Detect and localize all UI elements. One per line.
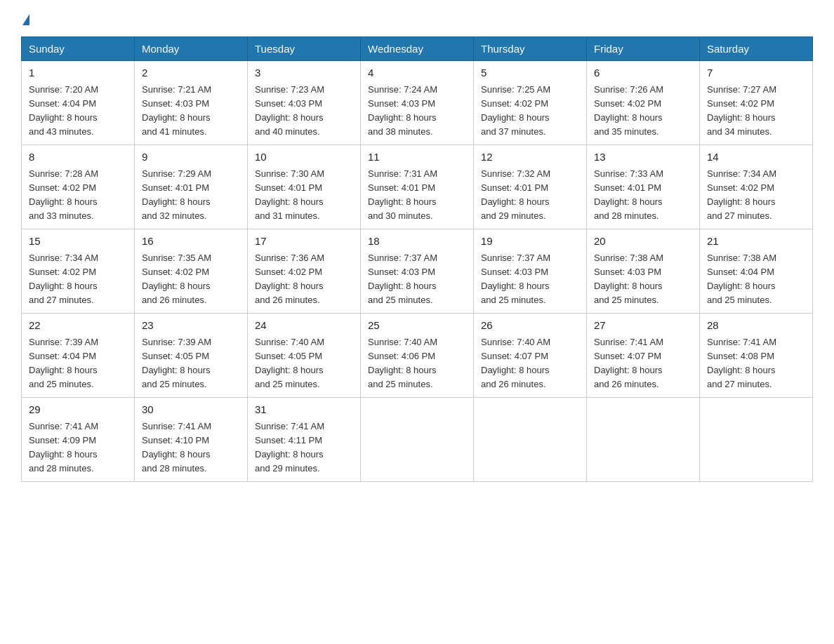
calendar-cell: 18Sunrise: 7:37 AMSunset: 4:03 PMDayligh…: [361, 229, 474, 314]
day-number: 9: [142, 149, 240, 166]
day-info: Sunrise: 7:23 AMSunset: 4:03 PMDaylight:…: [255, 83, 353, 140]
day-number: 3: [255, 65, 353, 81]
calendar-week-row: 8Sunrise: 7:28 AMSunset: 4:02 PMDaylight…: [22, 145, 813, 229]
calendar-cell: 5Sunrise: 7:25 AMSunset: 4:02 PMDaylight…: [474, 61, 587, 145]
day-number: 20: [594, 234, 692, 250]
day-info: Sunrise: 7:20 AMSunset: 4:04 PMDaylight:…: [29, 83, 127, 140]
day-info: Sunrise: 7:27 AMSunset: 4:02 PMDaylight:…: [707, 83, 805, 140]
page-header: [21, 14, 813, 25]
day-number: 12: [481, 149, 579, 166]
day-info: Sunrise: 7:41 AMSunset: 4:09 PMDaylight:…: [29, 420, 127, 476]
day-info: Sunrise: 7:37 AMSunset: 4:03 PMDaylight:…: [368, 251, 466, 308]
calendar-cell: 8Sunrise: 7:28 AMSunset: 4:02 PMDaylight…: [22, 145, 135, 229]
day-number: 19: [481, 234, 579, 250]
day-number: 25: [368, 318, 466, 334]
day-number: 22: [29, 318, 127, 334]
day-number: 5: [481, 65, 579, 81]
day-info: Sunrise: 7:36 AMSunset: 4:02 PMDaylight:…: [255, 251, 353, 308]
day-info: Sunrise: 7:28 AMSunset: 4:02 PMDaylight:…: [29, 167, 127, 224]
day-info: Sunrise: 7:30 AMSunset: 4:01 PMDaylight:…: [255, 167, 353, 224]
calendar-cell: 7Sunrise: 7:27 AMSunset: 4:02 PMDaylight…: [700, 61, 813, 145]
calendar-cell: [587, 398, 700, 482]
day-info: Sunrise: 7:31 AMSunset: 4:01 PMDaylight:…: [368, 167, 466, 224]
day-number: 10: [255, 149, 353, 166]
day-info: Sunrise: 7:40 AMSunset: 4:05 PMDaylight:…: [255, 335, 353, 392]
weekday-header-monday: Monday: [135, 37, 248, 61]
day-number: 1: [29, 65, 127, 81]
logo-triangle-icon: [22, 14, 29, 25]
day-number: 13: [594, 149, 692, 166]
weekday-header-row: SundayMondayTuesdayWednesdayThursdayFrid…: [22, 37, 813, 61]
calendar-cell: 12Sunrise: 7:32 AMSunset: 4:01 PMDayligh…: [474, 145, 587, 229]
day-info: Sunrise: 7:39 AMSunset: 4:05 PMDaylight:…: [142, 335, 240, 392]
weekday-header-tuesday: Tuesday: [248, 37, 361, 61]
calendar-cell: 20Sunrise: 7:38 AMSunset: 4:03 PMDayligh…: [587, 229, 700, 314]
day-number: 30: [142, 402, 240, 418]
weekday-header-saturday: Saturday: [700, 37, 813, 61]
day-info: Sunrise: 7:21 AMSunset: 4:03 PMDaylight:…: [142, 83, 240, 140]
calendar-cell: 16Sunrise: 7:35 AMSunset: 4:02 PMDayligh…: [135, 229, 248, 314]
calendar-cell: 17Sunrise: 7:36 AMSunset: 4:02 PMDayligh…: [248, 229, 361, 314]
day-info: Sunrise: 7:32 AMSunset: 4:01 PMDaylight:…: [481, 167, 579, 224]
day-info: Sunrise: 7:41 AMSunset: 4:10 PMDaylight:…: [142, 420, 240, 476]
day-info: Sunrise: 7:35 AMSunset: 4:02 PMDaylight:…: [142, 251, 240, 308]
day-number: 23: [142, 318, 240, 334]
calendar-cell: 22Sunrise: 7:39 AMSunset: 4:04 PMDayligh…: [22, 314, 135, 398]
day-number: 7: [707, 65, 805, 81]
calendar-cell: 10Sunrise: 7:30 AMSunset: 4:01 PMDayligh…: [248, 145, 361, 229]
calendar-cell: [474, 398, 587, 482]
day-info: Sunrise: 7:33 AMSunset: 4:01 PMDaylight:…: [594, 167, 692, 224]
day-info: Sunrise: 7:41 AMSunset: 4:11 PMDaylight:…: [255, 420, 353, 476]
day-info: Sunrise: 7:40 AMSunset: 4:06 PMDaylight:…: [368, 335, 466, 392]
calendar-cell: 23Sunrise: 7:39 AMSunset: 4:05 PMDayligh…: [135, 314, 248, 398]
day-info: Sunrise: 7:41 AMSunset: 4:07 PMDaylight:…: [594, 335, 692, 392]
calendar-cell: 15Sunrise: 7:34 AMSunset: 4:02 PMDayligh…: [22, 229, 135, 314]
calendar-cell: 28Sunrise: 7:41 AMSunset: 4:08 PMDayligh…: [700, 314, 813, 398]
calendar-cell: 31Sunrise: 7:41 AMSunset: 4:11 PMDayligh…: [248, 398, 361, 482]
day-info: Sunrise: 7:41 AMSunset: 4:08 PMDaylight:…: [707, 335, 805, 392]
calendar-cell: 2Sunrise: 7:21 AMSunset: 4:03 PMDaylight…: [135, 61, 248, 145]
calendar-cell: 13Sunrise: 7:33 AMSunset: 4:01 PMDayligh…: [587, 145, 700, 229]
day-number: 26: [481, 318, 579, 334]
day-number: 15: [29, 234, 127, 250]
calendar-cell: 30Sunrise: 7:41 AMSunset: 4:10 PMDayligh…: [135, 398, 248, 482]
calendar-cell: [700, 398, 813, 482]
calendar-cell: 14Sunrise: 7:34 AMSunset: 4:02 PMDayligh…: [700, 145, 813, 229]
day-info: Sunrise: 7:34 AMSunset: 4:02 PMDaylight:…: [707, 167, 805, 224]
calendar-cell: 11Sunrise: 7:31 AMSunset: 4:01 PMDayligh…: [361, 145, 474, 229]
day-info: Sunrise: 7:38 AMSunset: 4:03 PMDaylight:…: [594, 251, 692, 308]
weekday-header-thursday: Thursday: [474, 37, 587, 61]
calendar-cell: 29Sunrise: 7:41 AMSunset: 4:09 PMDayligh…: [22, 398, 135, 482]
day-number: 6: [594, 65, 692, 81]
calendar-cell: 26Sunrise: 7:40 AMSunset: 4:07 PMDayligh…: [474, 314, 587, 398]
day-number: 4: [368, 65, 466, 81]
day-number: 16: [142, 234, 240, 250]
calendar-week-row: 15Sunrise: 7:34 AMSunset: 4:02 PMDayligh…: [22, 229, 813, 314]
day-number: 21: [707, 234, 805, 250]
day-number: 24: [255, 318, 353, 334]
day-info: Sunrise: 7:38 AMSunset: 4:04 PMDaylight:…: [707, 251, 805, 308]
calendar-cell: 25Sunrise: 7:40 AMSunset: 4:06 PMDayligh…: [361, 314, 474, 398]
calendar-week-row: 29Sunrise: 7:41 AMSunset: 4:09 PMDayligh…: [22, 398, 813, 482]
day-info: Sunrise: 7:26 AMSunset: 4:02 PMDaylight:…: [594, 83, 692, 140]
day-info: Sunrise: 7:37 AMSunset: 4:03 PMDaylight:…: [481, 251, 579, 308]
calendar-cell: 21Sunrise: 7:38 AMSunset: 4:04 PMDayligh…: [700, 229, 813, 314]
calendar-table: SundayMondayTuesdayWednesdayThursdayFrid…: [21, 36, 813, 482]
day-number: 18: [368, 234, 466, 250]
day-info: Sunrise: 7:25 AMSunset: 4:02 PMDaylight:…: [481, 83, 579, 140]
day-number: 14: [707, 149, 805, 166]
calendar-cell: 27Sunrise: 7:41 AMSunset: 4:07 PMDayligh…: [587, 314, 700, 398]
weekday-header-sunday: Sunday: [22, 37, 135, 61]
day-number: 2: [142, 65, 240, 81]
day-info: Sunrise: 7:40 AMSunset: 4:07 PMDaylight:…: [481, 335, 579, 392]
calendar-cell: 19Sunrise: 7:37 AMSunset: 4:03 PMDayligh…: [474, 229, 587, 314]
calendar-cell: 3Sunrise: 7:23 AMSunset: 4:03 PMDaylight…: [248, 61, 361, 145]
day-info: Sunrise: 7:39 AMSunset: 4:04 PMDaylight:…: [29, 335, 127, 392]
calendar-cell: 1Sunrise: 7:20 AMSunset: 4:04 PMDaylight…: [22, 61, 135, 145]
day-number: 17: [255, 234, 353, 250]
day-number: 29: [29, 402, 127, 418]
calendar-week-row: 22Sunrise: 7:39 AMSunset: 4:04 PMDayligh…: [22, 314, 813, 398]
calendar-cell: 4Sunrise: 7:24 AMSunset: 4:03 PMDaylight…: [361, 61, 474, 145]
weekday-header-friday: Friday: [587, 37, 700, 61]
day-number: 28: [707, 318, 805, 334]
